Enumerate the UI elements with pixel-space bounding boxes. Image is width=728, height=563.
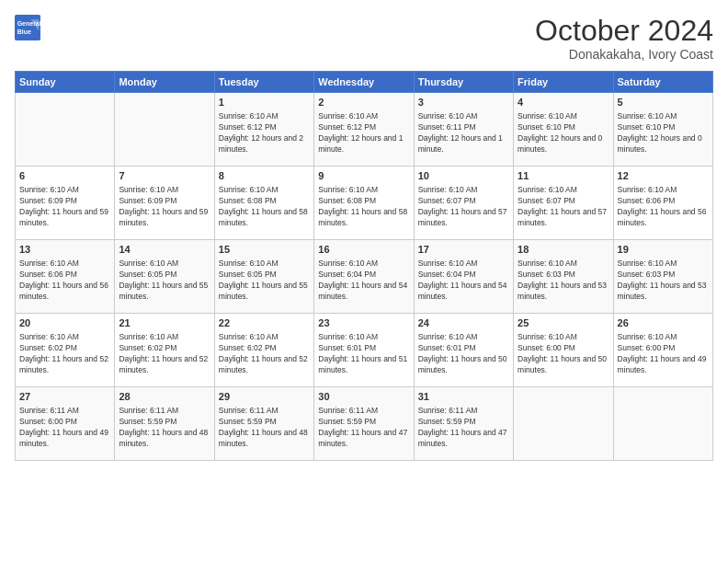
day-number: 19 [618, 243, 709, 257]
day-cell: 4Sunrise: 6:10 AM Sunset: 6:10 PM Daylig… [514, 93, 613, 167]
day-number: 15 [219, 243, 310, 257]
day-number: 7 [119, 169, 210, 183]
day-cell: 3Sunrise: 6:10 AM Sunset: 6:11 PM Daylig… [414, 93, 513, 167]
day-number: 23 [318, 316, 409, 330]
day-cell [514, 387, 613, 461]
day-number: 21 [119, 316, 210, 330]
day-cell: 28Sunrise: 6:11 AM Sunset: 5:59 PM Dayli… [115, 387, 214, 461]
day-info: Sunrise: 6:10 AM Sunset: 6:02 PM Dayligh… [219, 332, 310, 376]
day-info: Sunrise: 6:10 AM Sunset: 6:07 PM Dayligh… [418, 185, 509, 229]
day-cell: 22Sunrise: 6:10 AM Sunset: 6:02 PM Dayli… [214, 314, 313, 387]
day-info: Sunrise: 6:10 AM Sunset: 6:11 PM Dayligh… [418, 111, 509, 155]
day-info: Sunrise: 6:10 AM Sunset: 6:03 PM Dayligh… [618, 259, 709, 303]
day-number: 9 [318, 169, 409, 183]
day-cell: 24Sunrise: 6:10 AM Sunset: 6:01 PM Dayli… [414, 314, 513, 387]
day-info: Sunrise: 6:10 AM Sunset: 6:12 PM Dayligh… [318, 111, 409, 155]
day-number: 10 [418, 169, 509, 183]
day-info: Sunrise: 6:10 AM Sunset: 6:09 PM Dayligh… [19, 185, 110, 229]
day-cell: 15Sunrise: 6:10 AM Sunset: 6:05 PM Dayli… [214, 240, 313, 314]
day-cell: 23Sunrise: 6:10 AM Sunset: 6:01 PM Dayli… [314, 314, 414, 387]
day-info: Sunrise: 6:10 AM Sunset: 6:09 PM Dayligh… [119, 185, 210, 229]
day-number: 8 [219, 169, 310, 183]
day-info: Sunrise: 6:10 AM Sunset: 6:04 PM Dayligh… [318, 259, 409, 303]
day-info: Sunrise: 6:10 AM Sunset: 6:06 PM Dayligh… [19, 259, 110, 303]
svg-text:Blue: Blue [17, 29, 31, 35]
svg-text:General: General [17, 20, 40, 27]
calendar-page: General Blue October 2024 Donakakaha, Iv… [0, 0, 728, 563]
day-number: 16 [318, 243, 409, 257]
header-sunday: Sunday [16, 72, 115, 93]
week-row-0: 1Sunrise: 6:10 AM Sunset: 6:12 PM Daylig… [16, 93, 713, 167]
calendar-body: 1Sunrise: 6:10 AM Sunset: 6:12 PM Daylig… [16, 93, 713, 461]
day-number: 12 [618, 169, 709, 183]
day-cell: 27Sunrise: 6:11 AM Sunset: 6:00 PM Dayli… [16, 387, 115, 461]
header-wednesday: Wednesday [314, 72, 414, 93]
day-info: Sunrise: 6:10 AM Sunset: 6:10 PM Dayligh… [618, 111, 709, 155]
day-number: 3 [418, 96, 509, 109]
day-info: Sunrise: 6:10 AM Sunset: 6:05 PM Dayligh… [219, 259, 310, 303]
day-cell: 14Sunrise: 6:10 AM Sunset: 6:05 PM Dayli… [115, 240, 214, 314]
week-row-4: 27Sunrise: 6:11 AM Sunset: 6:00 PM Dayli… [16, 387, 713, 461]
day-cell: 10Sunrise: 6:10 AM Sunset: 6:07 PM Dayli… [414, 167, 513, 240]
day-info: Sunrise: 6:11 AM Sunset: 6:00 PM Dayligh… [19, 406, 110, 450]
day-cell: 29Sunrise: 6:11 AM Sunset: 5:59 PM Dayli… [214, 387, 313, 461]
day-number: 27 [19, 390, 110, 404]
day-number: 25 [518, 316, 609, 330]
day-info: Sunrise: 6:11 AM Sunset: 5:59 PM Dayligh… [318, 406, 409, 450]
week-row-2: 13Sunrise: 6:10 AM Sunset: 6:06 PM Dayli… [16, 240, 713, 314]
day-cell: 8Sunrise: 6:10 AM Sunset: 6:08 PM Daylig… [214, 167, 313, 240]
header: General Blue October 2024 Donakakaha, Iv… [15, 15, 713, 62]
calendar-header: Sunday Monday Tuesday Wednesday Thursday… [16, 72, 713, 93]
day-cell: 16Sunrise: 6:10 AM Sunset: 6:04 PM Dayli… [314, 240, 414, 314]
day-cell [16, 93, 115, 167]
logo: General Blue [15, 15, 40, 40]
day-cell: 7Sunrise: 6:10 AM Sunset: 6:09 PM Daylig… [115, 167, 214, 240]
day-cell: 9Sunrise: 6:10 AM Sunset: 6:08 PM Daylig… [314, 167, 414, 240]
day-cell: 11Sunrise: 6:10 AM Sunset: 6:07 PM Dayli… [514, 167, 613, 240]
day-number: 26 [618, 316, 709, 330]
day-info: Sunrise: 6:10 AM Sunset: 6:10 PM Dayligh… [518, 111, 609, 155]
month-title: October 2024 [535, 15, 713, 47]
weekday-row: Sunday Monday Tuesday Wednesday Thursday… [16, 72, 713, 93]
day-info: Sunrise: 6:10 AM Sunset: 6:01 PM Dayligh… [418, 332, 509, 376]
day-number: 2 [318, 96, 409, 109]
day-info: Sunrise: 6:10 AM Sunset: 6:03 PM Dayligh… [518, 259, 609, 303]
day-info: Sunrise: 6:10 AM Sunset: 6:01 PM Dayligh… [318, 332, 409, 376]
day-cell: 12Sunrise: 6:10 AM Sunset: 6:06 PM Dayli… [613, 167, 712, 240]
day-cell: 20Sunrise: 6:10 AM Sunset: 6:02 PM Dayli… [16, 314, 115, 387]
day-number: 22 [219, 316, 310, 330]
day-info: Sunrise: 6:10 AM Sunset: 6:12 PM Dayligh… [219, 111, 310, 155]
day-number: 18 [518, 243, 609, 257]
day-number: 11 [518, 169, 609, 183]
day-number: 5 [618, 96, 709, 109]
calendar-table: Sunday Monday Tuesday Wednesday Thursday… [15, 71, 713, 461]
day-number: 30 [318, 390, 409, 404]
day-number: 28 [119, 390, 210, 404]
header-saturday: Saturday [613, 72, 712, 93]
day-number: 1 [219, 96, 310, 109]
day-number: 31 [418, 390, 509, 404]
day-number: 29 [219, 390, 310, 404]
day-info: Sunrise: 6:11 AM Sunset: 5:59 PM Dayligh… [119, 406, 210, 450]
logo-icon: General Blue [15, 15, 40, 40]
day-cell: 25Sunrise: 6:10 AM Sunset: 6:00 PM Dayli… [514, 314, 613, 387]
day-cell: 1Sunrise: 6:10 AM Sunset: 6:12 PM Daylig… [214, 93, 313, 167]
day-info: Sunrise: 6:10 AM Sunset: 6:02 PM Dayligh… [119, 332, 210, 376]
day-info: Sunrise: 6:10 AM Sunset: 6:08 PM Dayligh… [219, 185, 310, 229]
day-info: Sunrise: 6:10 AM Sunset: 6:00 PM Dayligh… [618, 332, 709, 376]
day-info: Sunrise: 6:10 AM Sunset: 6:02 PM Dayligh… [19, 332, 110, 376]
day-info: Sunrise: 6:11 AM Sunset: 5:59 PM Dayligh… [418, 406, 509, 450]
day-cell: 18Sunrise: 6:10 AM Sunset: 6:03 PM Dayli… [514, 240, 613, 314]
week-row-3: 20Sunrise: 6:10 AM Sunset: 6:02 PM Dayli… [16, 314, 713, 387]
day-cell [613, 387, 712, 461]
day-number: 24 [418, 316, 509, 330]
day-number: 17 [418, 243, 509, 257]
header-thursday: Thursday [414, 72, 513, 93]
day-number: 20 [19, 316, 110, 330]
day-cell: 5Sunrise: 6:10 AM Sunset: 6:10 PM Daylig… [613, 93, 712, 167]
day-cell: 26Sunrise: 6:10 AM Sunset: 6:00 PM Dayli… [613, 314, 712, 387]
day-cell: 30Sunrise: 6:11 AM Sunset: 5:59 PM Dayli… [314, 387, 414, 461]
day-cell: 21Sunrise: 6:10 AM Sunset: 6:02 PM Dayli… [115, 314, 214, 387]
day-cell: 31Sunrise: 6:11 AM Sunset: 5:59 PM Dayli… [414, 387, 513, 461]
day-info: Sunrise: 6:10 AM Sunset: 6:04 PM Dayligh… [418, 259, 509, 303]
